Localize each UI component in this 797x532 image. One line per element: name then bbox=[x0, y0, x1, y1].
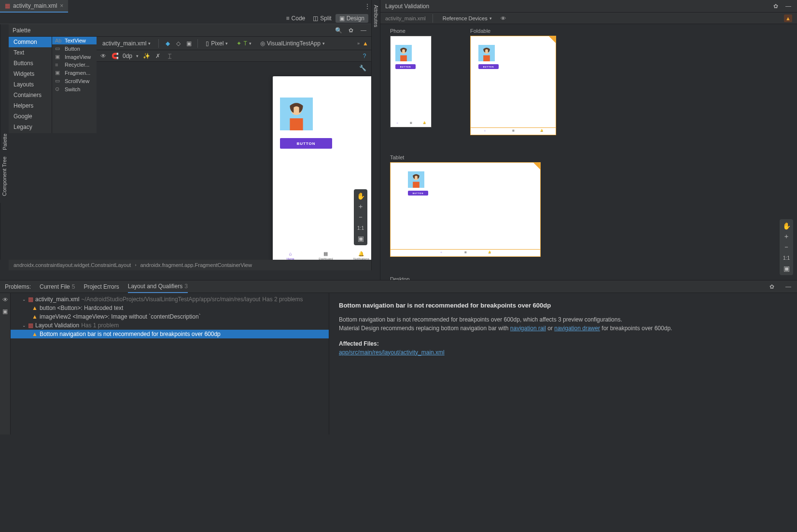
palette-item[interactable]: ▭ScrollView bbox=[52, 77, 97, 85]
warning-icon[interactable]: ▲ bbox=[363, 40, 368, 47]
ref-devices-combo[interactable]: Reference Devices▾ bbox=[440, 14, 495, 22]
palette-title: Palette bbox=[13, 27, 30, 34]
palette-cat-buttons[interactable]: Buttons bbox=[9, 58, 52, 69]
palette-item[interactable]: ⊙Switch bbox=[52, 85, 97, 93]
device-label: Tablet bbox=[390, 154, 541, 160]
zoom-fit[interactable]: 1:1 bbox=[355, 223, 366, 233]
zoom-actual[interactable]: ▣ bbox=[781, 264, 792, 273]
design-icon: ▣ bbox=[339, 15, 345, 22]
breadcrumb-item[interactable]: androidx.constraintlayout.widget.Constra… bbox=[14, 262, 131, 268]
eye-icon[interactable]: 👁 bbox=[500, 14, 507, 22]
app-combo[interactable]: ◎VisualLintingTestApp▾ bbox=[257, 39, 328, 48]
wrench-icon[interactable]: 🔧 bbox=[359, 65, 366, 71]
affected-file-link[interactable]: app/src/main/res/layout/activity_main.xm… bbox=[339, 349, 445, 356]
link-nav-rail[interactable]: navigation rail bbox=[510, 325, 546, 332]
tree-group-row[interactable]: ⌄ ▦ Layout Validation Has 1 problem bbox=[11, 321, 329, 330]
gear-icon[interactable]: ✿ bbox=[768, 283, 776, 291]
view-design[interactable]: ▣Design bbox=[336, 14, 368, 23]
file-tab[interactable]: ▦ activity_main.xml × bbox=[0, 0, 68, 13]
zoom-in[interactable]: ＋ bbox=[781, 232, 792, 241]
attributes-side-tab[interactable]: Attributes bbox=[372, 0, 380, 280]
view-code[interactable]: ≡Code bbox=[282, 14, 309, 23]
preview-tablet[interactable]: BUTTON ⌂▦🔔 bbox=[390, 162, 541, 257]
tree-issue-row[interactable]: ▲ button <Button>: Hardcoded text bbox=[11, 304, 329, 312]
palette-cat-helpers[interactable]: Helpers bbox=[9, 100, 52, 111]
eye-icon[interactable]: 👁 bbox=[1, 296, 9, 304]
palette-cat-widgets[interactable]: Widgets bbox=[9, 69, 52, 79]
preview-phone[interactable]: BUTTON ⌂▦🔔 bbox=[390, 36, 432, 127]
palette-cat-layouts[interactable]: Layouts bbox=[9, 79, 52, 90]
pan-icon[interactable]: ✋ bbox=[781, 221, 792, 231]
view-split[interactable]: ◫Split bbox=[309, 14, 335, 23]
palette-cat-google[interactable]: Google bbox=[9, 111, 52, 122]
palette-cat-containers[interactable]: Containers bbox=[9, 90, 52, 100]
device-label: Foldable bbox=[470, 28, 556, 34]
palette-item[interactable]: ▣ImageView bbox=[52, 53, 97, 61]
tree-issue-row[interactable]: ▲ imageView2 <ImageView>: Image without … bbox=[11, 312, 329, 321]
eye-icon[interactable]: 👁 bbox=[99, 52, 107, 60]
palette-item[interactable]: ▣Fragmen... bbox=[52, 69, 97, 77]
breadcrumb-item[interactable]: androidx.fragment.app.FragmentContainerV… bbox=[140, 262, 252, 268]
zoom-controls: ✋ ＋ － 1:1 ▣ bbox=[354, 189, 367, 245]
tab-menu-icon[interactable]: ⋮ bbox=[364, 2, 371, 10]
palette-item[interactable]: ▭Button bbox=[52, 44, 97, 53]
theme-combo[interactable]: ✦T▾ bbox=[234, 39, 254, 48]
filter-icon[interactable]: ▣ bbox=[1, 308, 9, 315]
tab-project-errors[interactable]: Project Errors bbox=[84, 281, 119, 293]
warning-icon[interactable]: ▲ bbox=[784, 14, 792, 22]
zoom-fit[interactable]: 1:1 bbox=[781, 253, 792, 263]
detail-body: Bottom navigation bar is not recommended… bbox=[339, 315, 787, 333]
validation-file: activity_main.xml bbox=[385, 15, 426, 21]
validation-body[interactable]: Phone BUTTON ⌂▦🔔 Foldable BUTTON bbox=[380, 24, 797, 280]
guideline-icon[interactable]: ⌶ bbox=[166, 52, 173, 60]
zoom-actual[interactable]: ▣ bbox=[355, 234, 366, 243]
help-icon[interactable]: ? bbox=[361, 52, 368, 60]
phone-icon: ▯ bbox=[206, 40, 209, 47]
tab-layout-qualifiers[interactable]: Layout and Qualifiers3 bbox=[128, 280, 188, 293]
palette-cat-common[interactable]: Common bbox=[9, 37, 52, 47]
breadcrumb: androidx.constraintlayout.widget.Constra… bbox=[9, 260, 371, 270]
palette-item[interactable]: AbTextView bbox=[52, 37, 97, 44]
palette-side-tab[interactable]: Palette bbox=[0, 24, 9, 260]
gear-icon[interactable]: ✿ bbox=[347, 27, 355, 34]
svg-rect-5 bbox=[483, 56, 490, 61]
component-tree-tab[interactable]: Component Tree bbox=[0, 150, 9, 203]
palette-header: Palette 🔍 ✿ — bbox=[9, 24, 371, 37]
tab-current-file[interactable]: Current File5 bbox=[40, 281, 75, 293]
minimize-icon[interactable]: — bbox=[784, 283, 792, 291]
clear-icon[interactable]: ✗ bbox=[154, 52, 162, 60]
split-icon: ◫ bbox=[313, 15, 318, 22]
file-combo[interactable]: activity_main.xml▾ bbox=[99, 39, 154, 48]
minimize-icon[interactable]: — bbox=[784, 2, 792, 10]
magnet-icon[interactable]: 🧲 bbox=[111, 52, 119, 60]
svg-rect-1 bbox=[290, 118, 303, 130]
problems-tree: ⌄ ▦ activity_main.xml ~/AndroidStudioPro… bbox=[11, 293, 329, 434]
zoom-out[interactable]: － bbox=[781, 242, 792, 252]
palette-cat-text[interactable]: Text bbox=[9, 47, 52, 58]
device-label: Desktop bbox=[390, 276, 787, 280]
svg-rect-3 bbox=[400, 56, 407, 61]
overflow-icon[interactable]: » bbox=[357, 41, 360, 46]
preview-foldable[interactable]: BUTTON ⌂▦🔔 bbox=[470, 36, 556, 135]
close-icon[interactable]: × bbox=[60, 2, 63, 9]
palette-cat-legacy[interactable]: Legacy bbox=[9, 122, 52, 132]
blueprint-icon[interactable]: ◇ bbox=[174, 40, 182, 47]
minimize-icon[interactable]: — bbox=[360, 27, 367, 34]
warning-badge bbox=[533, 163, 540, 169]
surface-icon[interactable]: ◆ bbox=[164, 40, 171, 47]
design-canvas[interactable]: 🔧 BUTTON ⌂Home ▦Dashboard 🔔Notifications bbox=[97, 62, 371, 260]
palette-item[interactable]: ≡Recycler... bbox=[52, 61, 97, 69]
pan-icon[interactable]: ✋ bbox=[355, 191, 366, 201]
device-combo[interactable]: ▯Pixel▾ bbox=[203, 39, 231, 48]
tree-file-row[interactable]: ⌄ ▦ activity_main.xml ~/AndroidStudioPro… bbox=[11, 295, 329, 304]
layers-icon[interactable]: ▣ bbox=[185, 40, 193, 47]
tree-issue-row[interactable]: ▲ Bottom navigation bar is not recommend… bbox=[11, 330, 329, 338]
wand-icon[interactable]: ✨ bbox=[142, 52, 150, 60]
bell-icon: 🔔 bbox=[358, 251, 364, 256]
gear-icon[interactable]: ✿ bbox=[772, 2, 780, 10]
palette-items: AbTextView ▭Button ▣ImageView ≡Recycler.… bbox=[52, 37, 97, 133]
zoom-in[interactable]: ＋ bbox=[355, 202, 366, 211]
zoom-out[interactable]: － bbox=[355, 212, 366, 222]
link-nav-drawer[interactable]: navigation drawer bbox=[554, 325, 600, 332]
search-icon[interactable]: 🔍 bbox=[335, 27, 342, 34]
